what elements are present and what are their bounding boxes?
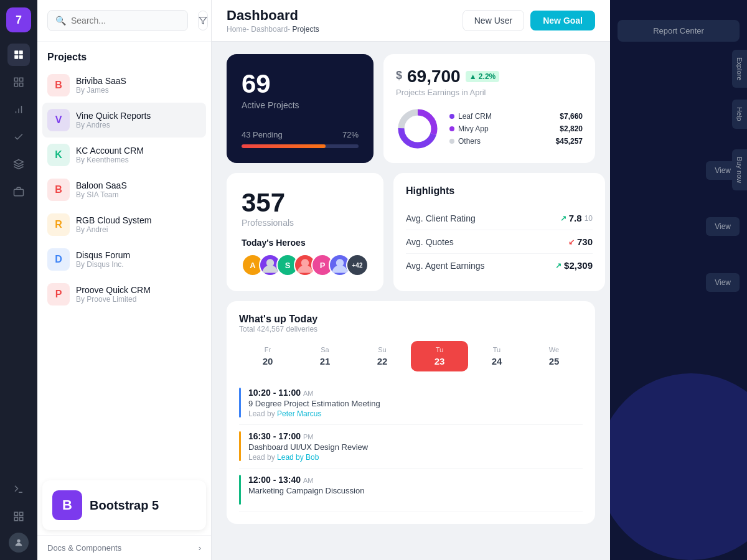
project-item-4[interactable]: R RGB Cloud System By Andrei — [42, 207, 206, 242]
event-2-person[interactable]: Lead by Bob — [277, 453, 319, 462]
day-tue-23-today[interactable]: Tu23 — [411, 341, 468, 371]
professionals-label: Professionals — [242, 218, 369, 228]
highlights-title: Highlights — [406, 185, 593, 197]
avatar-more: +42 — [346, 254, 369, 276]
leaf-crm-dot — [449, 114, 454, 119]
day-fri-20[interactable]: Fr20 — [239, 341, 296, 371]
client-rating-value: ↗ 7.8 10 — [560, 213, 593, 223]
calendar-title: What's up Today — [239, 314, 583, 325]
earnings-card: $ 69,700 ▲ 2.2% Projects Earnings in Apr… — [383, 54, 595, 163]
project-logo-3: B — [47, 179, 70, 201]
agent-earnings-label: Avg. Agent Earnings — [406, 261, 485, 271]
earnings-label: Projects Earnings in April — [396, 88, 583, 97]
topbar-right: New User New Goal — [463, 10, 595, 31]
project-item-6[interactable]: P Proove Quick CRM By Proove Limited — [42, 277, 206, 312]
mivy-app-label: Mivy App — [458, 124, 489, 133]
event-2-bar — [239, 431, 241, 461]
project-item-1[interactable]: V Vine Quick Reports By Andres — [42, 103, 206, 138]
report-center-button[interactable]: Report Center — [618, 20, 740, 42]
explore-tab[interactable]: Explore — [732, 50, 747, 88]
new-goal-button[interactable]: New Goal — [530, 11, 595, 30]
highlight-client-rating: Avg. Client Rating ↗ 7.8 10 — [406, 207, 593, 230]
project-info-6: Proove Quick CRM By Proove Limited — [76, 285, 151, 304]
svg-rect-5 — [20, 78, 23, 81]
nav-icon-grid[interactable] — [7, 71, 30, 93]
rating-max: 10 — [585, 214, 593, 223]
project-by-0: By James — [76, 86, 126, 95]
project-name-6: Proove Quick CRM — [76, 285, 151, 295]
nav-icon-dashboard[interactable] — [7, 44, 30, 66]
svg-rect-14 — [14, 512, 17, 515]
quotes-value: ↙ 730 — [568, 236, 593, 247]
nav-icon-bar-chart[interactable] — [7, 98, 30, 121]
svg-marker-11 — [14, 160, 24, 165]
leaf-crm-label: Leaf CRM — [458, 112, 492, 121]
filter-button[interactable] — [198, 11, 208, 30]
help-tab[interactable]: Help — [732, 100, 747, 129]
pending-label: 43 Pending — [242, 130, 283, 139]
svg-rect-2 — [14, 55, 18, 59]
event-1-time: 10:20 - 11:00 AM — [248, 388, 380, 398]
svg-rect-17 — [20, 518, 23, 521]
others-dot — [449, 139, 454, 144]
project-logo-1: V — [47, 109, 70, 131]
project-item-5[interactable]: D Disqus Forum By Disqus Inc. — [42, 242, 206, 277]
project-name-2: KC Account CRM — [76, 146, 144, 156]
active-projects-number: 69 — [242, 69, 359, 99]
project-info-5: Disqus Forum By Disqus Inc. — [76, 250, 130, 269]
sidebar-title: Projects — [37, 42, 211, 68]
day-sat-21[interactable]: Sa21 — [296, 341, 354, 371]
bootstrap-card[interactable]: B Bootstrap 5 — [42, 480, 206, 530]
new-user-button[interactable]: New User — [463, 10, 524, 31]
event-3: 12:00 - 13:40 AM Marketing Campaign Disc… — [239, 469, 583, 511]
rating-arrow: ↗ — [560, 214, 566, 223]
event-2-lead: Lead by Lead by Bob — [248, 453, 368, 462]
user-avatar[interactable] — [9, 533, 29, 553]
search-box: 🔍 — [47, 10, 188, 31]
progress-bar-background — [242, 144, 359, 148]
bootstrap-label: Bootstrap 5 — [90, 498, 159, 513]
svg-rect-1 — [19, 50, 23, 54]
nav-icon-grid2[interactable] — [7, 505, 30, 528]
nav-icon-terminal[interactable] — [7, 478, 30, 500]
project-logo-2: K — [47, 144, 70, 166]
nav-icon-briefcase[interactable] — [7, 180, 30, 203]
stats-row: 69 Active Projects 43 Pending 72% $ 69,7… — [227, 54, 595, 163]
sidebar: 🔍 Projects B Briviba SaaS By James V Vin… — [37, 0, 212, 560]
event-1-lead: Lead by Peter Marcus — [248, 409, 380, 418]
earnings-number: $2,309 — [564, 260, 593, 271]
project-info-1: Vine Quick Reports By Andres — [76, 111, 151, 129]
project-name-3: Baloon SaaS — [76, 180, 127, 190]
view-button-3[interactable]: View — [706, 273, 740, 292]
view-button-2[interactable]: View — [706, 217, 740, 236]
search-input[interactable] — [71, 16, 180, 26]
svg-rect-15 — [20, 512, 23, 515]
search-icon: 🔍 — [55, 16, 66, 26]
calendar-subtitle: Total 424,567 deliveries — [239, 325, 583, 334]
svg-marker-19 — [199, 17, 207, 24]
project-item-0[interactable]: B Briviba SaaS By James — [42, 68, 206, 103]
event-1: 10:20 - 11:00 AM 9 Degree Project Estima… — [239, 381, 583, 425]
bootstrap-icon: B — [52, 490, 82, 520]
svg-rect-12 — [14, 189, 24, 196]
nav-icon-check[interactable] — [7, 126, 30, 148]
buy-now-tab[interactable]: Buy now — [732, 149, 747, 190]
project-item-3[interactable]: B Baloon SaaS By SIA Team — [42, 172, 206, 207]
nav-icon-layers[interactable] — [7, 153, 30, 175]
app-logo[interactable]: 7 — [6, 7, 31, 32]
highlight-quotes: Avg. Quotes ↙ 730 — [406, 230, 593, 254]
professionals-number: 357 — [242, 188, 369, 218]
day-tue-24[interactable]: Tu24 — [468, 341, 525, 371]
project-logo-4: R — [47, 213, 70, 236]
event-1-person[interactable]: Peter Marcus — [277, 409, 321, 418]
project-by-6: By Proove Limited — [76, 295, 151, 304]
right-panel-events: View View View — [618, 161, 740, 292]
breadcrumb-dashboard: Dashboard- — [251, 25, 290, 34]
project-item-2[interactable]: K KC Account CRM By Keenthemes — [42, 138, 206, 172]
event-3-name: Marketing Campaign Discussion — [248, 486, 364, 495]
day-sun-22[interactable]: Su22 — [354, 341, 411, 371]
mivy-app-value: $2,820 — [560, 124, 583, 133]
day-wed-25[interactable]: We25 — [525, 341, 583, 371]
event-2-name: Dashboard UI/UX Design Review — [248, 442, 368, 452]
calendar-row: What's up Today Total 424,567 deliveries… — [227, 301, 595, 524]
